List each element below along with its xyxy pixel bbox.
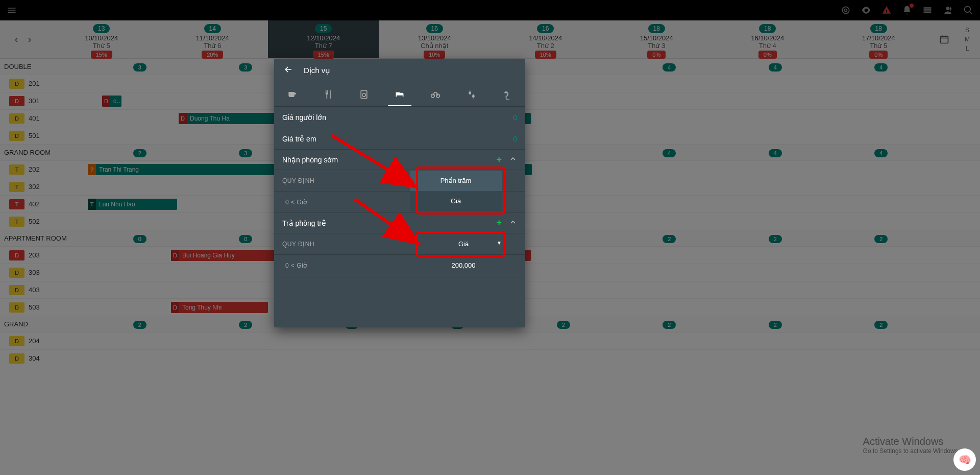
svg-rect-4 bbox=[361, 90, 367, 98]
late-hour-row: 0 < Giờ 200,000 bbox=[274, 255, 525, 276]
add-icon[interactable]: + bbox=[496, 218, 502, 228]
chevron-up-icon[interactable] bbox=[509, 155, 517, 164]
late-checkout-section: Trả phòng trễ + bbox=[274, 213, 525, 233]
svg-point-9 bbox=[472, 94, 474, 97]
late-rule-row: QUY ĐỊNH Giá ▼ bbox=[274, 233, 525, 255]
chevron-up-icon[interactable] bbox=[509, 218, 517, 228]
dropdown-item-price[interactable]: Giá bbox=[410, 191, 502, 211]
tab-laundry[interactable] bbox=[346, 82, 382, 106]
assistant-button[interactable]: 🧠 bbox=[953, 448, 976, 471]
early-checkin-section: Nhận phòng sớm + bbox=[274, 150, 525, 170]
late-rule-dropdown[interactable]: Giá ▼ bbox=[410, 240, 517, 248]
dropdown-menu: Phần trăm Giá bbox=[410, 171, 502, 211]
tab-power[interactable] bbox=[489, 82, 525, 106]
price-adult-row: Giá người lớn 0 bbox=[274, 107, 525, 128]
price-child-value[interactable]: 0 bbox=[513, 135, 517, 143]
price-adult-value[interactable]: 0 bbox=[513, 113, 517, 122]
tab-food[interactable] bbox=[310, 82, 346, 106]
modal-tabs bbox=[274, 82, 525, 107]
tab-coffee[interactable] bbox=[274, 82, 310, 106]
early-rule-row: QUY ĐỊNH Phần trăm Giá bbox=[274, 170, 525, 192]
late-value[interactable]: 200,000 bbox=[410, 262, 517, 269]
modal-title: Dịch vụ bbox=[304, 66, 330, 75]
service-modal: Dịch vụ Giá người lớn 0 Giá trẻ em 0 Nhậ… bbox=[274, 59, 525, 327]
tab-settings[interactable] bbox=[453, 82, 489, 106]
add-icon[interactable]: + bbox=[496, 154, 502, 165]
svg-point-8 bbox=[469, 91, 471, 94]
tab-room[interactable] bbox=[382, 82, 418, 106]
svg-point-5 bbox=[362, 93, 365, 97]
price-child-row: Giá trẻ em 0 bbox=[274, 128, 525, 150]
tab-bike[interactable] bbox=[418, 82, 453, 106]
dropdown-item-percent[interactable]: Phần trăm bbox=[410, 171, 502, 191]
back-icon[interactable] bbox=[283, 64, 293, 77]
